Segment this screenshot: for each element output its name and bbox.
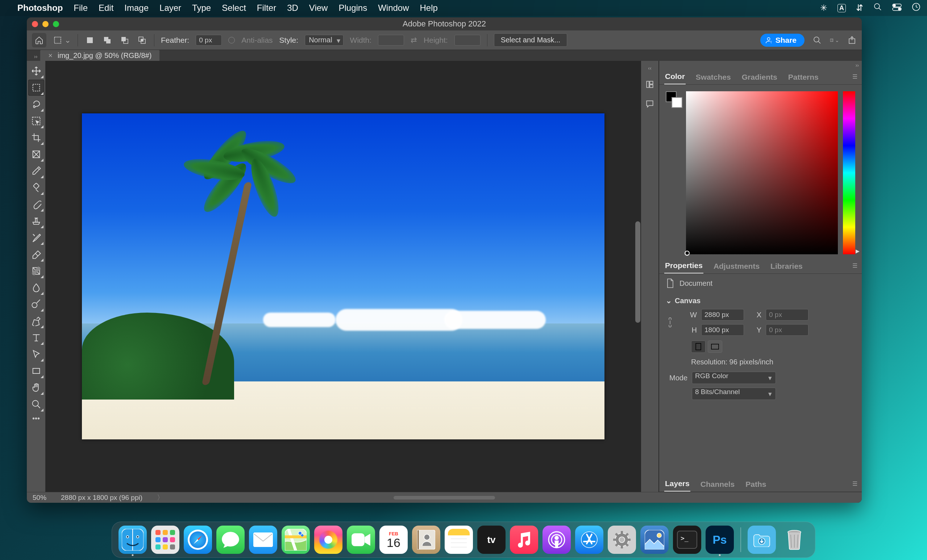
dock-appstore[interactable] xyxy=(575,526,603,554)
tab-channels[interactable]: Channels xyxy=(700,477,736,492)
menubar-clock-icon[interactable] xyxy=(912,3,921,14)
history-brush-tool[interactable] xyxy=(28,230,44,246)
dock-safari[interactable] xyxy=(184,526,212,554)
search-icon[interactable] xyxy=(813,35,822,45)
crop-tool[interactable] xyxy=(28,130,44,146)
menu-plugins[interactable]: Plugins xyxy=(339,3,367,13)
dock-photos[interactable] xyxy=(314,526,342,554)
bit-depth-select[interactable]: 8 Bits/Channel xyxy=(692,388,776,400)
type-tool[interactable] xyxy=(28,329,44,346)
link-dimensions-icon[interactable] xyxy=(666,316,675,329)
menu-view[interactable]: View xyxy=(309,3,328,13)
canvas-height-input[interactable] xyxy=(701,324,744,336)
zoom-tool[interactable] xyxy=(28,396,44,412)
panels-collapse-icon[interactable]: ›› xyxy=(853,61,862,70)
pen-tool[interactable] xyxy=(28,313,44,329)
color-field[interactable] xyxy=(686,91,838,254)
close-button[interactable] xyxy=(32,21,38,27)
dock-system-preferences[interactable] xyxy=(608,526,636,554)
control-center-icon[interactable] xyxy=(892,3,902,13)
tab-overflow-left-icon[interactable]: ›› xyxy=(31,52,40,61)
menu-help[interactable]: Help xyxy=(420,3,438,13)
dodge-tool[interactable] xyxy=(28,296,44,312)
orientation-landscape-button[interactable] xyxy=(708,340,722,353)
canvas-vertical-scrollbar[interactable] xyxy=(635,112,641,477)
dock-facetime[interactable] xyxy=(347,526,375,554)
workspace-switcher-icon[interactable]: ⌄ xyxy=(830,35,839,45)
tab-layers[interactable]: Layers xyxy=(664,477,690,492)
dock-calendar[interactable]: FEB16 xyxy=(380,526,408,554)
orientation-portrait-button[interactable] xyxy=(691,340,705,353)
dock-collapse-icon[interactable]: ‹‹ xyxy=(645,64,654,73)
menu-layer[interactable]: Layer xyxy=(160,3,181,13)
move-tool[interactable] xyxy=(28,63,44,79)
hand-tool[interactable] xyxy=(28,379,44,396)
tab-adjustments[interactable]: Adjustments xyxy=(713,259,760,273)
canvas-width-input[interactable] xyxy=(701,309,744,320)
menu-select[interactable]: Select xyxy=(222,3,246,13)
horizontal-scrollbar[interactable] xyxy=(394,496,495,499)
dock-wallpaper[interactable] xyxy=(640,526,669,554)
status-dimensions[interactable]: 2880 px x 1800 px (96 ppi) xyxy=(61,494,143,502)
dock-mail[interactable] xyxy=(249,526,277,554)
menubar-input-icon[interactable]: A xyxy=(837,4,846,12)
menu-edit[interactable]: Edit xyxy=(99,3,113,13)
path-selection-tool[interactable] xyxy=(28,346,44,362)
tab-gradients[interactable]: Gradients xyxy=(741,70,778,84)
blur-tool[interactable] xyxy=(28,280,44,296)
menu-file[interactable]: File xyxy=(74,3,88,13)
dock-trash[interactable] xyxy=(780,526,808,554)
gradient-tool[interactable] xyxy=(28,263,44,279)
dock-podcasts[interactable] xyxy=(543,526,571,554)
selection-add-icon[interactable] xyxy=(102,35,113,46)
menu-filter[interactable]: Filter xyxy=(257,3,276,13)
feather-input[interactable] xyxy=(196,35,222,46)
brush-tool[interactable] xyxy=(28,196,44,212)
object-selection-tool[interactable] xyxy=(28,113,44,129)
dock-contacts[interactable] xyxy=(412,526,440,554)
canvas-viewport[interactable] xyxy=(46,61,641,492)
menu-type[interactable]: Type xyxy=(192,3,211,13)
share-button[interactable]: Share xyxy=(760,34,804,47)
dock-finder[interactable] xyxy=(119,526,147,554)
foreground-background-swatches[interactable] xyxy=(666,91,681,252)
selection-intersect-icon[interactable] xyxy=(137,35,147,46)
rectangle-tool[interactable] xyxy=(28,363,44,379)
history-panel-icon[interactable] xyxy=(644,79,655,90)
tab-patterns[interactable]: Patterns xyxy=(787,70,819,84)
status-zoom[interactable]: 50% xyxy=(33,494,46,502)
selection-new-icon[interactable] xyxy=(84,35,95,46)
export-icon[interactable] xyxy=(847,35,857,45)
status-chevron-icon[interactable]: 〉 xyxy=(157,493,164,502)
background-color-swatch[interactable] xyxy=(672,97,682,108)
eraser-tool[interactable] xyxy=(28,246,44,262)
rectangular-marquee-tool[interactable] xyxy=(28,80,44,96)
menu-window[interactable]: Window xyxy=(378,3,409,13)
document-tab[interactable]: × img_20.jpg @ 50% (RGB/8#) xyxy=(40,50,160,61)
dock-tv[interactable]: tv xyxy=(477,526,506,554)
healing-brush-tool[interactable] xyxy=(28,180,44,196)
tab-paths[interactable]: Paths xyxy=(745,477,767,492)
tab-close-icon[interactable]: × xyxy=(48,52,53,60)
menu-image[interactable]: Image xyxy=(124,3,149,13)
color-panel-menu-icon[interactable]: ☰ xyxy=(853,73,857,80)
hue-slider[interactable]: ▶ xyxy=(843,91,855,254)
edit-toolbar-icon[interactable]: ••• xyxy=(32,414,40,423)
layers-panel-menu-icon[interactable]: ☰ xyxy=(853,480,857,487)
home-button[interactable] xyxy=(32,33,46,47)
menubar-sync-icon[interactable]: ⇵ xyxy=(856,3,863,13)
dock-terminal[interactable]: >_ xyxy=(673,526,701,554)
tab-properties[interactable]: Properties xyxy=(664,258,704,273)
minimize-button[interactable] xyxy=(43,21,49,27)
dock-music[interactable] xyxy=(510,526,538,554)
tab-libraries[interactable]: Libraries xyxy=(770,259,804,273)
menubar-app-name[interactable]: Photoshop xyxy=(17,3,63,13)
eyedropper-tool[interactable] xyxy=(28,163,44,179)
color-mode-select[interactable]: RGB Color xyxy=(692,372,776,384)
canvas-section-header[interactable]: ⌄Canvas xyxy=(666,294,855,307)
dock-downloads[interactable] xyxy=(748,526,776,554)
properties-panel-menu-icon[interactable]: ☰ xyxy=(853,262,857,269)
spotlight-icon[interactable] xyxy=(873,3,882,14)
lasso-tool[interactable] xyxy=(28,96,44,112)
maximize-button[interactable] xyxy=(53,21,59,27)
